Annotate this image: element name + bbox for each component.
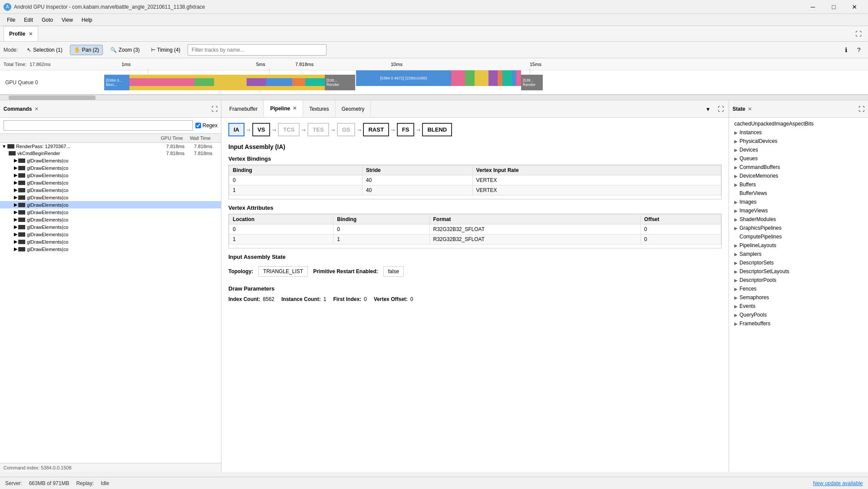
commands-close[interactable]: ✕ (34, 106, 39, 112)
state-item-descriptor-pools[interactable]: ▶ DescriptorPools (729, 276, 868, 284)
draw-expand-9[interactable]: ▶ (14, 224, 17, 230)
draw-expand-1[interactable]: ▶ (14, 165, 17, 171)
state-item-descriptor-set-layouts[interactable]: ▶ DescriptorSetLayouts (729, 267, 868, 276)
table-row[interactable]: ▶ glDrawElements(co (0, 164, 221, 172)
tab-geometry[interactable]: Geometry (336, 100, 371, 117)
tabs-dropdown-button[interactable]: ▾ (702, 103, 714, 115)
root-expand-arrow[interactable]: ▼ (2, 144, 7, 149)
draw-expand-4[interactable]: ▶ (14, 187, 17, 193)
table-row[interactable]: ▶ glDrawElements(co (0, 201, 221, 208)
pipeline-tab-close[interactable]: ✕ (293, 106, 297, 111)
state-item-descriptor-sets[interactable]: ▶ DescriptorSets (729, 258, 868, 267)
maximize-button[interactable]: □ (824, 0, 844, 14)
menu-goto[interactable]: Goto (38, 15, 56, 25)
state-item-image-views[interactable]: ▶ ImageViews (729, 206, 868, 215)
timeline-scrollbar[interactable] (0, 95, 868, 100)
pipeline-stage-vs[interactable]: VS (252, 123, 270, 136)
draw-expand-3[interactable]: ▶ (14, 180, 17, 185)
mode-timing-button[interactable]: ⊢ Timing (4) (147, 45, 185, 55)
state-item-instances[interactable]: ▶ Instances (729, 128, 868, 137)
table-row[interactable]: ▶ glDrawElements(co (0, 245, 221, 253)
draw-expand-6[interactable]: ▶ (14, 202, 17, 208)
pipeline-stage-ia[interactable]: IA (228, 123, 244, 136)
commands-search-input[interactable] (3, 120, 193, 131)
table-row[interactable]: ▶ glDrawElements(co (0, 238, 221, 245)
draw-expand-2[interactable]: ▶ (14, 172, 17, 178)
state-item-images[interactable]: ▶ Images (729, 198, 868, 206)
state-item-pipeline-layouts[interactable]: ▶ PipelineLayouts (729, 241, 868, 250)
table-row[interactable]: ▶ glDrawElements(co (0, 231, 221, 238)
gpu-block-4[interactable]: [538... Render (521, 75, 543, 90)
state-item-command-buffers[interactable]: ▶ CommandBuffers (729, 163, 868, 172)
draw-expand-5[interactable]: ▶ (14, 195, 17, 200)
state-item-buffers[interactable]: ▶ Buffers (729, 180, 868, 189)
draw-expand-10[interactable]: ▶ (14, 231, 17, 237)
filter-input[interactable] (188, 44, 327, 56)
state-item-buffer-views[interactable]: BufferViews (729, 189, 868, 198)
state-item-shader-modules[interactable]: ▶ ShaderModules (729, 215, 868, 224)
help-button[interactable]: ? (853, 44, 865, 56)
table-row[interactable]: ▶ glDrawElements(co (0, 157, 221, 164)
state-item-cached[interactable]: cachedUnpackedImageAspectBits (729, 119, 868, 128)
table-row[interactable]: ▶ glDrawElements(co (0, 216, 221, 223)
table-row[interactable]: ▶ glDrawElements(co (0, 186, 221, 194)
menu-edit[interactable]: Edit (20, 15, 36, 25)
state-item-physical-devices[interactable]: ▶ PhysicalDevices (729, 137, 868, 145)
menu-view[interactable]: View (58, 15, 76, 25)
state-item-fences[interactable]: ▶ Fences (729, 284, 868, 293)
state-item-compute-pipelines[interactable]: ComputePipelines (729, 232, 868, 241)
mode-pan-button[interactable]: ✋ Pan (2) (70, 45, 103, 55)
draw-expand-8[interactable]: ▶ (14, 217, 17, 222)
window-close-button[interactable]: ✕ (845, 0, 865, 14)
draw-expand-12[interactable]: ▶ (14, 246, 17, 252)
state-item-events[interactable]: ▶ Events (729, 302, 868, 311)
table-row[interactable]: ▶ glDrawElements(co (0, 223, 221, 231)
mode-zoom-button[interactable]: 🔍 Zoom (3) (106, 45, 144, 55)
state-item-device-memories[interactable]: ▶ DeviceMemories (729, 172, 868, 180)
timeline-scroll-thumb[interactable] (9, 96, 96, 100)
tab-pipeline[interactable]: Pipeline ✕ (264, 100, 303, 117)
regex-checkbox[interactable] (195, 120, 201, 131)
state-item-devices[interactable]: ▶ Devices (729, 145, 868, 154)
commands-expand[interactable]: ⛶ (211, 106, 218, 112)
state-item-framebuffers[interactable]: ▶ Framebuffers (729, 319, 868, 328)
draw-expand-11[interactable]: ▶ (14, 239, 17, 244)
profile-tab[interactable]: Profile ✕ (3, 26, 38, 41)
table-row[interactable]: ▶ glDrawElements(co (0, 208, 221, 216)
table-row[interactable]: ▶ glDrawElements(co (0, 179, 221, 186)
state-item-query-pools[interactable]: ▶ QueryPools (729, 311, 868, 319)
pipeline-stage-gs[interactable]: GS (337, 123, 356, 136)
draw-expand-7[interactable]: ▶ (14, 209, 17, 215)
mode-selection-button[interactable]: ↖ Selection (1) (23, 45, 66, 55)
profile-tab-close[interactable]: ✕ (29, 31, 33, 37)
state-item-semaphores[interactable]: ▶ Semaphores (729, 293, 868, 302)
menu-help[interactable]: Help (78, 15, 96, 25)
profile-expand-button[interactable]: ⛶ (852, 28, 865, 40)
minimize-button[interactable]: ─ (803, 0, 823, 14)
gpu-block-0[interactable]: [5384 0... Binn... (104, 75, 129, 90)
draw-expand-0[interactable]: ▶ (14, 158, 17, 163)
state-expand[interactable]: ⛶ (858, 106, 865, 112)
menu-file[interactable]: File (3, 15, 19, 25)
tab-framebuffer[interactable]: Framebuffer (223, 100, 264, 117)
tab-textures[interactable]: Textures (303, 100, 335, 117)
cmd-row-root[interactable]: ▼ RenderPass: 12970367... 7.818ms 7.818m… (0, 143, 221, 150)
center-expand-button[interactable]: ⛶ (715, 103, 727, 115)
pipeline-stage-tcs[interactable]: TCS (278, 123, 300, 136)
pipeline-stage-fs[interactable]: FS (397, 123, 415, 136)
table-row[interactable]: ▶ glDrawElements(co (0, 194, 221, 201)
gpu-queue-track[interactable]: [5384 0... Binn... [5384 0 0 1110] (2280… (104, 70, 868, 94)
update-link[interactable]: New update available (813, 480, 863, 486)
pipeline-stage-rast[interactable]: RAST (363, 123, 389, 136)
state-close[interactable]: ✕ (748, 106, 752, 112)
regex-checkbox-label[interactable]: Regex (195, 120, 218, 131)
state-item-graphics-pipelines[interactable]: ▶ GraphicsPipelines (729, 224, 868, 232)
cmd-row-begin-render[interactable]: vkCmdBeginRender 7.818ms 7.818ms (0, 150, 221, 157)
info-button[interactable]: ℹ (840, 44, 851, 56)
pipeline-stage-tes[interactable]: TES (307, 123, 329, 136)
state-item-queues[interactable]: ▶ Queues (729, 154, 868, 163)
state-item-samplers[interactable]: ▶ Samplers (729, 250, 868, 258)
table-row[interactable]: ▶ glDrawElements(co (0, 172, 221, 179)
pipeline-stage-blend[interactable]: BLEND (422, 123, 452, 136)
gpu-block-2[interactable]: [538... Render (325, 75, 355, 90)
